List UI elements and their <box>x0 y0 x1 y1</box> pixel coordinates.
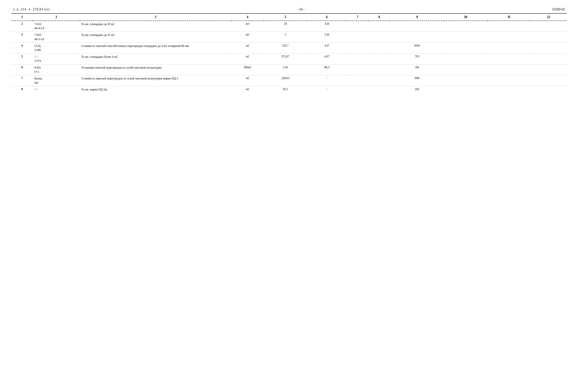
cell-row7-col2: -"- <box>33 86 80 93</box>
table-row: 37-635 46-5-I.8То же, площадью до I5 м2ш… <box>11 32 567 43</box>
col-header-2: 2 <box>33 14 80 21</box>
cell-row2-col3: То же, площадью до I5 м2 <box>80 32 232 43</box>
page-header: т. п. 214 -1- 270.83 (iv) - 54 - 19200-0… <box>11 7 567 11</box>
col-header-11: II <box>487 14 531 21</box>
col-header-8: 8 <box>368 14 390 21</box>
cell-row3-col1: 4 <box>11 43 33 53</box>
cell-row3-col8 <box>368 43 390 53</box>
cell-row1-col6: 4,0I <box>307 21 346 32</box>
cell-row4-col2: -"- 3-I74 <box>33 54 80 64</box>
cell-row1-col8 <box>368 21 390 32</box>
cell-row1-col2: 7-632 46-4-I.8 <box>33 21 80 32</box>
cell-row6-col1: 7 <box>11 75 33 86</box>
cell-row3-col9: I050 <box>390 43 444 53</box>
cell-row6-col12 <box>531 75 567 86</box>
col-header-5: 5 <box>264 14 307 21</box>
cell-row5-col3: Установка панелей перегородок из сухой г… <box>80 64 232 75</box>
cell-row3-col11 <box>487 43 531 53</box>
table-body: 27-632 46-4-I.8То же, площадью до I0 м2ш… <box>11 21 567 93</box>
cell-row1-col11 <box>487 21 531 32</box>
cell-row4-col10 <box>444 54 487 64</box>
cell-row1-col9 <box>390 21 444 32</box>
main-table: I 2 3 4 5 6 7 8 9 I0 II I2 27-632 46-4-I… <box>11 14 567 93</box>
cell-row4-col11 <box>487 54 531 64</box>
cell-row4-col6: 4,07 <box>307 54 346 64</box>
cell-row2-col11 <box>487 32 531 43</box>
cell-row6-col8 <box>368 75 390 86</box>
cell-row7-col8 <box>368 86 390 93</box>
cell-row6-col3: Стоимость панелей перегородок из сухой г… <box>80 75 232 86</box>
cell-row4-col7 <box>347 54 368 64</box>
cell-row1-col1: 2 <box>11 21 33 32</box>
cell-row6-col4: м2 <box>231 75 264 86</box>
col-header-3: 3 <box>80 14 232 21</box>
col-header-1: I <box>11 14 33 21</box>
cell-row2-col4: шт <box>231 32 264 43</box>
cell-row7-col1: 8 <box>11 86 33 93</box>
cell-row2-col7 <box>347 32 368 43</box>
table-row: 68-I65 I7-IУстановка панелей перегородок… <box>11 64 567 75</box>
cell-row3-col6: 4,I7 <box>307 43 346 53</box>
cell-row6-col10 <box>444 75 487 86</box>
cell-row5-col4: I00м2 <box>231 64 264 75</box>
table-row: 5-"- 3-I74То же, площадью более 6 м2м2I7… <box>11 54 567 64</box>
cell-row3-col5: 25I,7 <box>264 43 307 53</box>
cell-row5-col11 <box>487 64 531 75</box>
col-header-10: I0 <box>444 14 487 21</box>
cell-row2-col1: 3 <box>11 32 33 43</box>
cell-row4-col4: м2 <box>231 54 264 64</box>
cell-row4-col3: То же, площадью более 6 м2 <box>80 54 232 64</box>
cell-row5-col6: 88,3 <box>307 64 346 75</box>
cell-row4-col9: 703 <box>390 54 444 64</box>
cell-row3-col7 <box>347 43 368 53</box>
table-row: 27-632 46-4-I.8То же, площадью до I0 м2ш… <box>11 21 567 32</box>
cell-row3-col10 <box>444 43 487 53</box>
cell-row2-col8 <box>368 32 390 43</box>
cell-row2-col5: 3 <box>264 32 307 43</box>
cell-row3-col12 <box>531 43 567 53</box>
cell-row3-col3: Стоимость панелей гипсобетонных перегоро… <box>80 43 232 53</box>
cell-row6-col6: - <box>307 75 346 86</box>
cell-row7-col11 <box>487 86 531 93</box>
table-row: 8-"-То же, марки ПД-2мм2I6,5-202 <box>11 86 567 93</box>
cell-row7-col4: м2 <box>231 86 264 93</box>
column-headers: I 2 3 4 5 6 7 8 9 I0 II I2 <box>11 14 567 21</box>
table-row: 4ССЦ 3-I90Стоимость панелей гипсобетонны… <box>11 43 567 53</box>
cell-row5-col2: 8-I65 I7-I <box>33 64 80 75</box>
cell-row5-col5: 2,45 <box>264 64 307 75</box>
cell-row1-col7 <box>347 21 368 32</box>
cell-row6-col9: II86 <box>390 75 444 86</box>
cell-row5-col10 <box>444 64 487 75</box>
cell-row7-col3: То же, марки ПД-2м <box>80 86 232 93</box>
cell-row2-col12 <box>531 32 567 43</box>
cell-row4-col8 <box>368 54 390 64</box>
document-title: т. п. 214 -1- 270.83 (iv) <box>13 7 50 11</box>
cell-row7-col7 <box>347 86 368 93</box>
cell-row4-col12 <box>531 54 567 64</box>
cell-row4-col5: I72,67 <box>264 54 307 64</box>
cell-row7-col9: 202 <box>390 86 444 93</box>
cell-row3-col2: ССЦ 3-I90 <box>33 43 80 53</box>
cell-row2-col10 <box>444 32 487 43</box>
cell-row2-col2: 7-635 46-5-I.8 <box>33 32 80 43</box>
cell-row6-col7 <box>347 75 368 86</box>
cell-row5-col8 <box>368 64 390 75</box>
col-header-7: 7 <box>347 14 368 21</box>
doc-number: 19200-05 <box>552 7 565 11</box>
cell-row6-col11 <box>487 75 531 86</box>
cell-row5-col9: 2I6 <box>390 64 444 75</box>
page-number: - 54 - <box>297 7 304 11</box>
col-header-6: 6 <box>307 14 346 21</box>
table-row: 7Кальк. №IСтоимость панелей перегородок … <box>11 75 567 86</box>
col-header-9: 9 <box>390 14 444 21</box>
cell-row5-col12 <box>531 64 567 75</box>
cell-row1-col5: 20 <box>264 21 307 32</box>
cell-row1-col10 <box>444 21 487 32</box>
cell-row7-col6: - <box>307 86 346 93</box>
cell-row1-col4: шт <box>231 21 264 32</box>
cell-row7-col12 <box>531 86 567 93</box>
cell-row6-col2: Кальк. №I <box>33 75 80 86</box>
cell-row5-col1: 6 <box>11 64 33 75</box>
col-header-12: I2 <box>531 14 567 21</box>
cell-row3-col4: м2 <box>231 43 264 53</box>
